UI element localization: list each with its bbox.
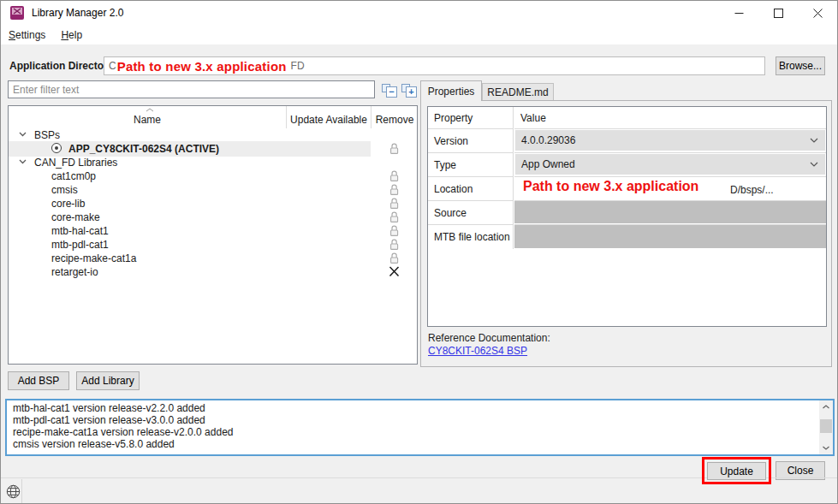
version-dropdown[interactable]: 4.0.0.29036 [515, 130, 825, 151]
tree-item-library[interactable]: mtb-hal-cat1 [9, 224, 417, 238]
column-header-name[interactable]: Name [9, 106, 286, 128]
annotation-location: Path to new 3.x application [520, 178, 702, 195]
add-bsp-button[interactable]: Add BSP [8, 371, 69, 390]
tree-item-label: recipe-make-cat1a [51, 252, 136, 264]
lock-icon [389, 252, 401, 265]
scroll-up-icon[interactable] [819, 400, 833, 413]
menu-bar: Settings Help [1, 25, 837, 44]
lock-icon [389, 169, 401, 183]
tab-readme[interactable]: README.md [482, 83, 554, 101]
log-scrollbar[interactable] [819, 400, 833, 454]
status-log[interactable]: mtb-hal-cat1 version release-v2.2.0 adde… [5, 399, 835, 456]
property-label: MTB file location [428, 225, 514, 249]
chevron-down-icon [810, 138, 818, 143]
table-row-location: Location Path to new 3.x application D/b… [428, 177, 826, 201]
tree-group-bsps[interactable]: BSPs [9, 128, 417, 142]
table-row-mtb-file-location: MTB file location [428, 225, 826, 249]
window-title: Library Manager 2.0 [32, 7, 123, 19]
tree-group-label: CAN_FD Libraries [34, 157, 117, 169]
collapse-all-icon[interactable]: − [381, 82, 399, 98]
chevron-down-icon [810, 162, 818, 167]
scrollbar-thumb[interactable] [820, 419, 832, 433]
tree-item-active-bsp[interactable]: APP_CY8CKIT-062S4 (ACTIVE) [9, 142, 417, 156]
tree-item-library[interactable]: cmsis [9, 183, 417, 197]
log-line: mtb-hal-cat1 version release-v2.2.0 adde… [13, 402, 233, 414]
annotation-app-dir: Path to new 3.x application [116, 59, 291, 74]
property-label: Version [428, 129, 514, 153]
app-dir-value-suffix: FD [291, 60, 305, 72]
close-window-button[interactable] [798, 1, 837, 25]
title-bar: Library Manager 2.0 [1, 1, 837, 25]
maximize-button[interactable] [758, 1, 798, 25]
tree-item-library[interactable]: cat1cm0p [9, 169, 417, 183]
tree-item-label: core-make [51, 211, 100, 223]
column-header-update-available[interactable]: Update Available [286, 106, 371, 128]
menu-settings[interactable]: Settings [1, 27, 53, 44]
tree-item-label: retarget-io [51, 266, 98, 278]
globe-status-icon [6, 484, 21, 499]
remove-library-icon[interactable] [389, 265, 401, 279]
location-value: D/bsps/... [730, 184, 774, 196]
tree-header: Name Update Available Remove [9, 106, 417, 128]
tree-item-label: APP_CY8CKIT-062S4 (ACTIVE) [68, 143, 219, 155]
tree-item-library[interactable]: core-lib [9, 197, 417, 210]
app-logo-icon [10, 6, 24, 20]
radio-selected-icon[interactable] [51, 143, 62, 153]
expand-all-icon[interactable]: + [401, 82, 419, 98]
property-label: Type [428, 153, 514, 177]
library-tree-panel: Name Update Available Remove BSPs APP_CY… [8, 105, 418, 365]
tree-group-label: BSPs [34, 129, 60, 141]
tree-item-label: mtb-pdl-cat1 [51, 239, 109, 251]
chevron-down-icon[interactable] [19, 159, 27, 164]
mtb-value-disabled [514, 225, 826, 248]
log-line: mtb-pdl-cat1 version release-v3.0.0 adde… [13, 414, 233, 426]
log-line: cmsis version release-v5.8.0 added [13, 438, 233, 450]
tree-item-label: mtb-hal-cat1 [51, 225, 109, 237]
chevron-down-icon[interactable] [19, 132, 27, 137]
type-dropdown[interactable]: App Owned [515, 154, 825, 175]
tab-properties[interactable]: Properties [420, 80, 482, 101]
menu-help[interactable]: Help [53, 27, 90, 44]
browse-button[interactable]: Browse... [776, 56, 825, 75]
scroll-down-icon[interactable] [819, 442, 833, 454]
lock-icon [389, 197, 401, 210]
property-label: Location [428, 177, 514, 201]
table-row-version: Version 4.0.0.29036 [428, 129, 826, 153]
add-library-button[interactable]: Add Library [76, 371, 140, 390]
app-dir-value-prefix: C [109, 60, 116, 72]
bsp-documentation-link[interactable]: CY8CKIT-062S4 BSP [428, 345, 527, 357]
application-directory-input[interactable]: CPath to new 3.x applicationFD [104, 56, 765, 75]
log-line: recipe-make-cat1a version release-v2.0.0… [13, 426, 233, 438]
tree-item-label: cat1cm0p [51, 170, 96, 182]
tree-item-library[interactable]: retarget-io [9, 265, 417, 279]
property-label: Source [428, 201, 514, 225]
update-button[interactable]: Update [707, 462, 766, 480]
lock-icon [389, 142, 401, 156]
lock-icon [389, 210, 401, 224]
tree-item-label: cmsis [51, 184, 78, 196]
reference-documentation-label: Reference Documentation: [428, 332, 550, 344]
lock-icon [389, 183, 401, 197]
status-bar-separator [21, 479, 22, 504]
header-property: Property [428, 107, 514, 129]
library-manager-window: Library Manager 2.0 Settings Help Applic… [0, 0, 838, 504]
tree-item-library[interactable]: recipe-make-cat1a [9, 252, 417, 265]
tree-item-library[interactable]: core-make [9, 210, 417, 224]
properties-table: Property Value Version 4.0.0.29036 Type … [427, 106, 827, 327]
lock-icon [389, 238, 401, 252]
header-value: Value [514, 107, 826, 129]
table-header-row: Property Value [428, 107, 826, 129]
table-row-source: Source [428, 201, 826, 225]
sort-ascending-icon [146, 108, 154, 112]
application-directory-label: Application Directory: [9, 60, 116, 72]
tree-item-library[interactable]: mtb-pdl-cat1 [9, 238, 417, 252]
table-row-type: Type App Owned [428, 153, 826, 177]
lock-icon [389, 224, 401, 238]
tree-item-label: core-lib [51, 198, 85, 210]
filter-input[interactable] [8, 80, 375, 98]
properties-panel: Property Value Version 4.0.0.29036 Type … [420, 100, 832, 367]
source-value-disabled [514, 201, 826, 223]
minimize-button[interactable] [719, 1, 758, 25]
tree-group-can-fd-libraries[interactable]: CAN_FD Libraries [9, 156, 417, 169]
column-header-remove[interactable]: Remove [371, 106, 418, 128]
